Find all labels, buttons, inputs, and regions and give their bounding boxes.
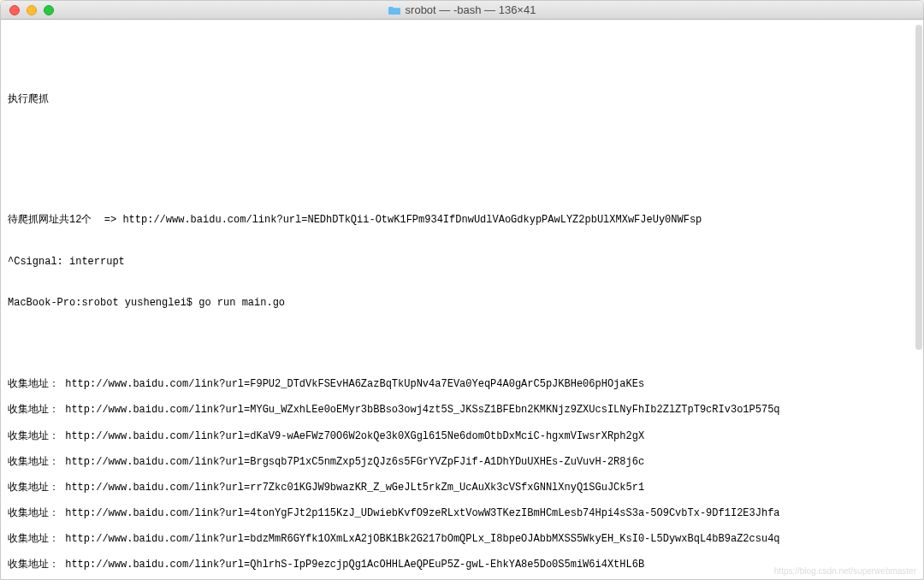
- output-line: 执行爬抓: [8, 92, 916, 106]
- scrollbar-thumb[interactable]: [915, 25, 922, 350]
- output-line: ^Csignal: interrupt: [8, 255, 916, 269]
- output-line: 收集地址： http://www.baidu.com/link?url=4ton…: [8, 506, 916, 520]
- maximize-icon[interactable]: [44, 5, 54, 15]
- output-line: 收集地址： http://www.baidu.com/link?url=F9PU…: [8, 377, 916, 391]
- titlebar: srobot — -bash — 136×41: [1, 1, 923, 20]
- collected-urls: 收集地址： http://www.baidu.com/link?url=F9PU…: [8, 377, 916, 579]
- prompt-line: MacBook-Pro:srobot yushenglei$ go run ma…: [8, 296, 916, 310]
- output-line: 收集地址： http://www.baidu.com/link?url=Brgs…: [8, 455, 916, 469]
- output-line: 收集地址： http://www.baidu.com/link?url=dKaV…: [8, 429, 916, 443]
- output-line: 收集地址： http://www.baidu.com/link?url=MYGu…: [8, 403, 916, 417]
- close-icon[interactable]: [9, 5, 20, 15]
- output-line: 收集地址： http://www.baidu.com/link?url=rr7Z…: [8, 481, 916, 494]
- window-title-text: srobot — -bash — 136×41: [406, 3, 536, 16]
- output-line: 待爬抓网址共12个 => http://www.baidu.com/link?u…: [8, 213, 916, 227]
- window-title: srobot — -bash — 136×41: [1, 3, 923, 16]
- watermark: https://blog.csdn.net/superwebmaster: [774, 566, 916, 576]
- terminal-output[interactable]: 执行爬抓 待爬抓网址共12个 => http://www.baidu.com/l…: [1, 20, 923, 579]
- minimize-icon[interactable]: [27, 5, 37, 15]
- output-line: 收集地址： http://www.baidu.com/link?url=bdzM…: [8, 532, 916, 546]
- window-controls: [1, 5, 54, 15]
- terminal-window: srobot — -bash — 136×41 执行爬抓 待爬抓网址共12个 =…: [0, 0, 924, 580]
- folder-icon: [388, 5, 400, 15]
